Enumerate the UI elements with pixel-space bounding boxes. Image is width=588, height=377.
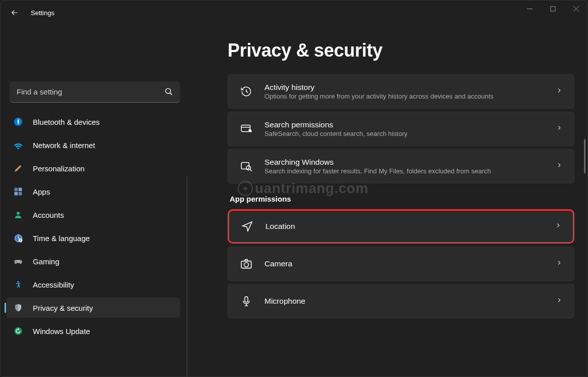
app-title: Settings: [31, 9, 55, 17]
card-camera[interactable]: Camera: [228, 247, 574, 281]
clock-globe-icon: [13, 232, 24, 244]
sidebar-item-label: Privacy & security: [33, 304, 93, 312]
main-content: Privacy & security Activity history Opti…: [187, 25, 587, 376]
card-subtitle: SafeSearch, cloud content search, search…: [264, 130, 556, 137]
card-title: Activity history: [264, 83, 556, 92]
close-icon: [573, 6, 579, 12]
chevron-right-icon: [555, 222, 562, 231]
sidebar-item-label: Gaming: [33, 257, 60, 266]
sidebar-item-personalization[interactable]: Personalization: [7, 158, 180, 178]
sidebar-item-label: Time & language: [33, 234, 90, 243]
chevron-right-icon: [556, 124, 563, 133]
searching-windows-icon: [239, 159, 253, 173]
svg-rect-24: [245, 297, 248, 302]
close-button[interactable]: [564, 1, 587, 17]
card-location[interactable]: Location: [228, 209, 574, 244]
back-button[interactable]: [9, 7, 21, 19]
camera-icon: [239, 257, 253, 271]
titlebar: Settings: [1, 1, 587, 25]
person-icon: [13, 209, 24, 220]
microphone-icon: [239, 294, 253, 308]
svg-point-17: [17, 281, 19, 282]
card-activity-history[interactable]: Activity history Options for getting mor…: [228, 74, 574, 109]
card-title: Search permissions: [264, 120, 556, 129]
arrow-left-icon: [10, 8, 19, 17]
sidebar-item-label: Apps: [33, 187, 50, 196]
maximize-icon: [550, 6, 556, 12]
card-title: Microphone: [264, 297, 556, 306]
chevron-right-icon: [556, 162, 563, 171]
location-icon: [240, 219, 254, 233]
card-subtitle: Options for getting more from your activ…: [264, 92, 556, 100]
svg-point-4: [166, 88, 171, 93]
card-microphone[interactable]: Microphone: [228, 284, 574, 318]
card-title: Location: [265, 222, 555, 231]
sidebar-item-privacy[interactable]: Privacy & security: [7, 298, 180, 318]
sidebar-item-label: Network & internet: [33, 141, 95, 150]
sidebar-item-apps[interactable]: Apps: [7, 181, 180, 202]
chevron-right-icon: [556, 259, 563, 268]
card-search-permissions[interactable]: Search permissions SafeSearch, cloud con…: [228, 112, 574, 146]
search-icon: [165, 87, 173, 96]
svg-rect-10: [19, 192, 22, 196]
svg-point-21: [246, 166, 251, 170]
svg-line-5: [170, 93, 172, 95]
chevron-right-icon: [556, 87, 563, 96]
minimize-button[interactable]: [518, 1, 541, 17]
sidebar-item-bluetooth[interactable]: Bluetooth & devices: [7, 112, 180, 132]
page-title: Privacy & security: [228, 40, 574, 61]
layout: Bluetooth & devices Network & internet P…: [1, 25, 587, 376]
sidebar: Bluetooth & devices Network & internet P…: [1, 25, 187, 376]
svg-point-15: [19, 261, 20, 262]
svg-rect-7: [15, 188, 18, 192]
sidebar-item-accounts[interactable]: Accounts: [7, 205, 180, 225]
search-permissions-icon: [239, 122, 253, 136]
scrollbar-thumb[interactable]: [584, 139, 585, 173]
card-searching-windows[interactable]: Searching Windows Search indexing for fa…: [228, 149, 574, 183]
sidebar-item-label: Bluetooth & devices: [33, 118, 100, 126]
svg-rect-1: [551, 7, 555, 11]
svg-point-16: [20, 260, 21, 261]
account-block[interactable]: [10, 31, 180, 74]
sidebar-item-label: Accounts: [33, 211, 64, 219]
sidebar-item-label: Personalization: [33, 164, 85, 173]
chevron-right-icon: [556, 297, 563, 306]
card-title: Camera: [264, 259, 556, 268]
card-title: Searching Windows: [264, 158, 556, 167]
bluetooth-icon: [13, 116, 24, 127]
svg-rect-9: [15, 192, 18, 196]
shield-icon: [13, 302, 24, 313]
search-input[interactable]: [17, 87, 165, 96]
section-header: App permissions: [230, 195, 574, 203]
apps-icon: [13, 186, 24, 197]
svg-point-23: [244, 262, 249, 267]
gamepad-icon: [13, 256, 24, 267]
sidebar-item-accessibility[interactable]: Accessibility: [7, 274, 180, 295]
paintbrush-icon: [13, 163, 24, 174]
sidebar-item-label: Windows Update: [33, 327, 90, 336]
card-subtitle: Search indexing for faster results, Find…: [264, 167, 556, 175]
sidebar-item-label: Accessibility: [33, 280, 74, 289]
maximize-button[interactable]: [541, 1, 564, 17]
window-controls: [518, 1, 587, 17]
wifi-icon: [13, 139, 24, 151]
sidebar-item-network[interactable]: Network & internet: [7, 135, 180, 155]
sidebar-item-update[interactable]: Windows Update: [7, 321, 180, 341]
search-box[interactable]: [10, 81, 180, 103]
sidebar-item-gaming[interactable]: Gaming: [7, 251, 180, 271]
svg-rect-8: [19, 188, 22, 192]
update-icon: [13, 325, 24, 337]
svg-point-11: [17, 212, 20, 215]
history-icon: [239, 84, 253, 99]
minimize-icon: [527, 6, 532, 12]
sidebar-item-time[interactable]: Time & language: [7, 228, 180, 248]
nav: Bluetooth & devices Network & internet P…: [7, 112, 183, 341]
accessibility-icon: [13, 279, 24, 290]
